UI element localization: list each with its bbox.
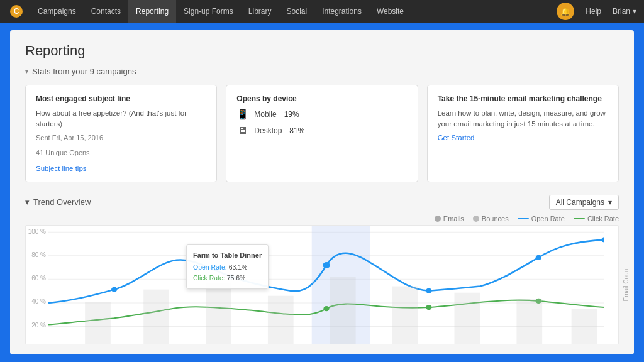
most-engaged-title: Most engaged subject line [36,94,206,103]
bar-5 [330,277,356,344]
page-title: Reporting [25,43,619,59]
opens-by-device-card: Opens by device 📱 Mobile 19% 🖥 Desktop 8… [226,85,418,182]
help-button[interactable]: Help [579,0,608,23]
most-engaged-sent: Sent Fri, Apr 15, 2016 [36,133,206,143]
right-axis-label: Email Count [623,267,630,301]
legend-open-rate-line [518,218,529,219]
nav-item-library[interactable]: Library [241,0,279,23]
stats-chevron-icon: ▾ [25,68,28,75]
legend-open-rate-label: Open Rate [531,215,565,222]
chart-svg [48,226,604,344]
bar-8 [516,299,542,343]
y-label-20: 20 % [26,322,46,329]
nav-items: Campaigns Contacts Reporting Sign-up For… [30,0,557,23]
nav-item-website[interactable]: Website [369,0,411,23]
y-label-40: 40 % [26,298,46,305]
y-label-100: 100 % [26,228,46,235]
nav-right: 🔔 Help Brian ▾ [557,0,636,23]
legend-bounces-dot [473,216,479,222]
stats-section-label: Stats from your 9 campaigns [32,67,136,76]
mobile-label: Mobile [254,110,276,119]
most-engaged-card: Most engaged subject line How about a fr… [25,85,217,182]
desktop-label: Desktop [254,126,282,135]
mobile-device-row: 📱 Mobile 19% [236,108,407,120]
y-label-80: 80 % [26,251,46,258]
open-rate-dot-6 [601,237,604,242]
bar-1 [85,302,111,343]
desktop-device-row: 🖥 Desktop 81% [236,125,407,136]
most-engaged-opens: 41 Unique Opens [36,148,206,158]
user-chevron-icon: ▾ [633,7,636,16]
legend-click-rate-label: Click Rate [587,215,619,222]
get-started-link[interactable]: Get Started [438,134,475,141]
notification-bell[interactable]: 🔔 [557,3,574,20]
chart-container[interactable]: 100 % 80 % 60 % 40 % 20 % [25,225,619,344]
bar-7 [455,292,480,343]
y-label-60: 60 % [26,275,46,282]
open-rate-dot-1 [111,287,117,292]
trend-section-label: Trend Overview [33,197,91,207]
nav-item-integrations[interactable]: Integrations [314,0,369,23]
bar-4 [268,295,294,343]
bar-3 [206,283,231,344]
legend-click-rate-line [574,218,585,219]
chart-legend: Emails Bounces Open Rate Click Rate [25,215,619,222]
legend-emails-label: Emails [443,215,464,222]
bar-6 [392,286,418,343]
bar-2 [143,289,169,343]
nav-item-social[interactable]: Social [279,0,314,23]
challenge-card: Take the 15-minute email marketing chall… [427,85,619,182]
navbar: C Campaigns Contacts Reporting Sign-up F… [0,0,644,23]
most-engaged-subject: How about a free appetizer? (And that's … [36,108,206,130]
desktop-pct: 81% [289,126,304,135]
legend-emails: Emails [435,215,464,222]
bar-9 [572,309,597,344]
challenge-text: Learn how to plan, write, design, measur… [438,108,608,130]
legend-open-rate: Open Rate [518,215,565,222]
legend-bounces-label: Bounces [482,215,509,222]
opens-by-device-title: Opens by device [236,94,407,103]
mobile-icon: 📱 [236,108,249,120]
legend-emails-dot [435,216,441,222]
click-rate-dot-2 [426,305,431,310]
user-name: Brian [613,7,630,16]
nav-item-contacts[interactable]: Contacts [84,0,128,23]
campaign-dropdown-label: All Campaigns [556,198,604,207]
trend-title-row[interactable]: ▾ Trend Overview [25,197,91,207]
logo[interactable]: C [8,3,25,20]
subject-line-tips-link[interactable]: Subject line tips [36,165,87,172]
campaign-dropdown[interactable]: All Campaigns ▾ [549,195,619,210]
mobile-pct: 19% [284,110,299,119]
svg-text:C: C [14,7,19,16]
trend-header: ▾ Trend Overview All Campaigns ▾ [25,195,619,210]
user-menu[interactable]: Brian ▾ [613,7,636,16]
desktop-icon: 🖥 [236,125,249,136]
open-rate-dot-2 [228,274,234,279]
y-axis-labels: 100 % 80 % 60 % 40 % 20 % [26,226,48,331]
main-content: Reporting ▾ Stats from your 9 campaigns … [10,30,634,354]
challenge-title: Take the 15-minute email marketing chall… [438,94,608,103]
click-rate-dot-1 [323,306,329,311]
nav-item-campaigns[interactable]: Campaigns [30,0,84,23]
stats-section-header[interactable]: ▾ Stats from your 9 campaigns [25,67,619,76]
nav-item-reporting[interactable]: Reporting [128,0,176,23]
legend-click-rate: Click Rate [574,215,619,222]
nav-item-signup-forms[interactable]: Sign-up Forms [176,0,241,23]
open-rate-dot-4 [426,288,431,293]
stats-cards: Most engaged subject line How about a fr… [25,85,619,182]
open-rate-dot-5 [536,255,541,260]
legend-bounces: Bounces [473,215,509,222]
open-rate-dot-active [323,261,330,268]
trend-chevron-icon: ▾ [25,197,30,207]
trend-section: ▾ Trend Overview All Campaigns ▾ Emails … [25,195,619,344]
campaign-dropdown-chevron-icon: ▾ [608,198,612,207]
